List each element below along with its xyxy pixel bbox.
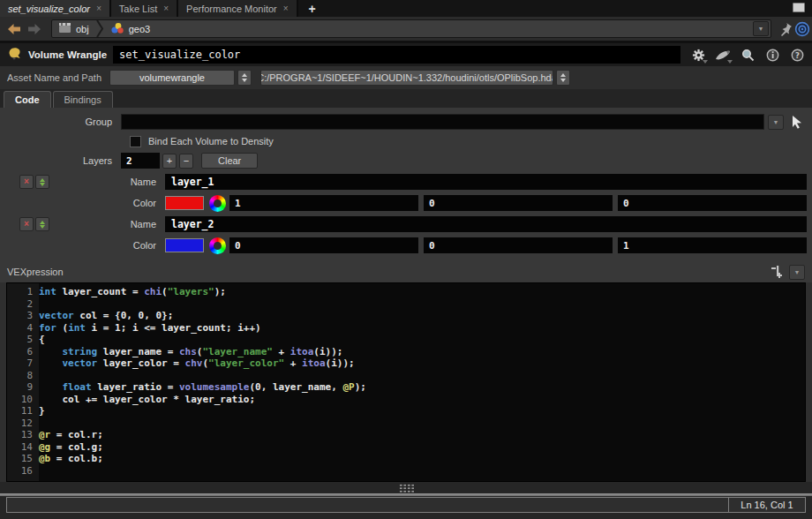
color-r-input[interactable]: 0	[229, 237, 418, 253]
color-swatch[interactable]	[165, 238, 204, 252]
color-g-input[interactable]: 0	[424, 195, 613, 211]
color-g-input[interactable]: 0	[424, 237, 613, 253]
vex-code-editor[interactable]: 1int layer_count = chi("layers");23vecto…	[6, 282, 806, 482]
code-line[interactable]: 15@b = col.b;	[7, 453, 805, 465]
node-name-input[interactable]: set_visualize_color	[113, 46, 680, 64]
color-wheel-icon[interactable]	[209, 237, 226, 254]
layer-name-input[interactable]: layer_2	[165, 216, 807, 232]
tab-bindings[interactable]: Bindings	[53, 91, 113, 108]
reorder-layer-button[interactable]	[35, 217, 49, 231]
code-line[interactable]: 11}	[7, 405, 805, 417]
code-line[interactable]: 3vector col = {0, 0, 0};	[7, 310, 805, 322]
expand-editor-icon[interactable]	[769, 264, 783, 281]
geometry-node-icon	[110, 22, 124, 36]
delete-layer-button[interactable]: ×	[19, 175, 34, 189]
select-group-button[interactable]	[787, 113, 807, 131]
pin-icon[interactable]	[777, 19, 794, 39]
line-number: 15	[7, 453, 39, 465]
forward-button[interactable]	[26, 20, 43, 38]
clear-layers-button[interactable]: Clear	[201, 153, 258, 169]
bind-density-checkbox[interactable]	[130, 136, 141, 147]
layer-item-2: × Name layer_2 Color 0	[0, 215, 812, 254]
line-text: int layer_count = chi("layers");	[39, 286, 226, 298]
status-bar: Ln 16, Col 1	[0, 496, 812, 514]
code-line[interactable]: 1int layer_count = chi("layers");	[7, 286, 805, 298]
add-layer-button[interactable]: +	[162, 154, 177, 169]
asset-path-field[interactable]: C:/PROGRA~1/SIDEEF~1/HOUDIN~1.332/houdin…	[260, 70, 553, 86]
search-icon[interactable]	[740, 47, 756, 63]
breadcrumb-label: geo3	[129, 24, 150, 34]
color-swatch[interactable]	[165, 196, 204, 210]
code-line[interactable]: 7 vector layer_color = chv("layer_color"…	[7, 357, 805, 370]
tab-code[interactable]: Code	[4, 91, 51, 108]
code-line[interactable]: 5{	[7, 334, 805, 346]
parameter-tab-strip: Code Bindings	[0, 89, 812, 108]
asset-name-value: volumewrangle	[139, 72, 205, 83]
gear-menu-icon[interactable]	[690, 47, 706, 63]
pane-tab-performance-monitor[interactable]: Performance Monitor ×	[178, 0, 298, 17]
asset-name-stepper[interactable]	[237, 70, 252, 86]
layer-name-input[interactable]: layer_1	[165, 174, 807, 190]
code-line[interactable]: 6 string layer_name = chs("layer_name" +…	[7, 346, 805, 358]
group-dropdown-button[interactable]: ▼	[768, 115, 784, 130]
line-number: 11	[7, 405, 39, 417]
color-b-value: 1	[623, 240, 629, 252]
code-lines: 1int layer_count = chi("layers");23vecto…	[7, 286, 805, 477]
pane-tab-set-visualize-color[interactable]: set_visualize_color ×	[0, 0, 111, 17]
path-history-dropdown[interactable]: ▼	[753, 21, 769, 36]
close-tab-icon[interactable]: ×	[96, 4, 102, 13]
asset-name-dropdown[interactable]: volumewrangle	[109, 70, 235, 86]
resize-grip-handle[interactable]	[399, 484, 414, 493]
delete-icon: ×	[24, 177, 29, 186]
houdini-window: set_visualize_color × Take List × Perfor…	[0, 0, 812, 519]
new-tab-button[interactable]: +	[298, 0, 327, 17]
code-line[interactable]: 14@g = col.g;	[7, 441, 805, 454]
close-tab-icon[interactable]: ×	[163, 4, 169, 13]
layers-count-input[interactable]: 2	[121, 153, 160, 169]
line-number: 3	[7, 310, 39, 322]
code-line[interactable]: 2	[7, 298, 805, 311]
color-b-input[interactable]: 0	[618, 195, 807, 211]
node-header: Volume Wrangle set_visualize_color ?	[0, 43, 812, 66]
asset-path-stepper[interactable]	[556, 70, 570, 86]
remove-layer-button[interactable]: −	[179, 154, 193, 169]
delete-layer-button[interactable]: ×	[19, 217, 34, 231]
obj-network-icon	[58, 22, 71, 35]
layer-color-row: Color 0 0 1	[0, 237, 812, 254]
help-icon[interactable]: ?	[789, 47, 805, 63]
code-line[interactable]: 16	[7, 465, 805, 478]
line-number: 2	[7, 298, 39, 311]
brush-visualizer-icon[interactable]	[715, 47, 731, 63]
breadcrumb-geo3[interactable]: geo3	[104, 20, 156, 37]
code-line[interactable]: 9 float layer_ratio = volumesample(0, la…	[7, 381, 805, 394]
line-text: @r = col.r;	[39, 429, 103, 441]
code-line[interactable]: 10 col += layer_color * layer_ratio;	[7, 394, 805, 406]
volume-wrangle-node-icon	[7, 46, 22, 64]
color-r-input[interactable]: 1	[229, 195, 418, 211]
line-text: }	[39, 405, 45, 417]
svg-text:?: ?	[795, 50, 800, 59]
close-tab-icon[interactable]: ×	[283, 4, 289, 13]
reorder-layer-button[interactable]	[35, 175, 49, 189]
color-r-value: 0	[235, 240, 241, 252]
code-line[interactable]: 13@r = col.r;	[7, 429, 805, 441]
back-button[interactable]	[5, 20, 23, 38]
code-line[interactable]: 12	[7, 417, 805, 430]
vexpression-menu-dropdown[interactable]: ▼	[789, 265, 805, 280]
line-number: 14	[7, 441, 39, 454]
color-wheel-icon[interactable]	[209, 195, 226, 212]
code-line[interactable]: 8	[7, 370, 805, 382]
pane-tab-take-list[interactable]: Take List ×	[111, 0, 178, 17]
line-number: 10	[7, 394, 39, 406]
breadcrumb-obj[interactable]: obj	[52, 20, 95, 37]
group-input[interactable]	[121, 114, 764, 130]
info-icon[interactable]	[764, 47, 780, 63]
pane-layout-icon[interactable]	[793, 3, 805, 12]
chevron-down-icon	[727, 60, 733, 64]
follow-target-icon[interactable]	[794, 19, 810, 39]
stepper-up-icon	[242, 73, 247, 77]
code-line[interactable]: 4for (int i = 1; i <= layer_count; i++)	[7, 322, 805, 335]
line-text: @b = col.b;	[39, 453, 103, 465]
stepper-down-icon	[242, 79, 247, 82]
color-b-input[interactable]: 1	[618, 237, 807, 253]
